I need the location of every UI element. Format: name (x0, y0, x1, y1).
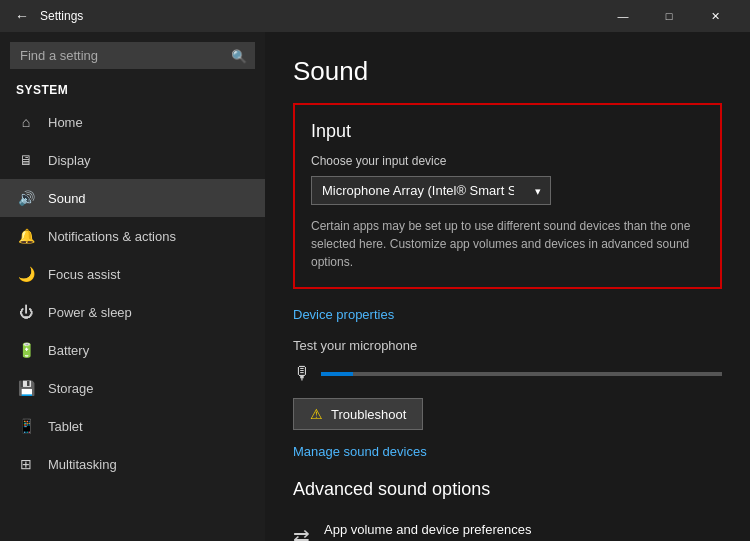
multitasking-icon: ⊞ (16, 454, 36, 474)
storage-icon: 💾 (16, 378, 36, 398)
titlebar-title: Settings (40, 9, 600, 23)
input-heading: Input (311, 121, 704, 142)
sidebar-item-storage[interactable]: 💾 Storage (0, 369, 265, 407)
sidebar: 🔍 System ⌂ Home 🖥 Display 🔊 Sound 🔔 Noti… (0, 32, 265, 541)
sidebar-item-label: Sound (48, 191, 86, 206)
sidebar-item-label: Storage (48, 381, 94, 396)
search-container: 🔍 (10, 42, 255, 69)
main-layout: 🔍 System ⌂ Home 🖥 Display 🔊 Sound 🔔 Noti… (0, 32, 750, 541)
device-label: Choose your input device (311, 154, 704, 168)
troubleshoot-button[interactable]: ⚠ Troubleshoot (293, 398, 423, 430)
sidebar-item-label: Notifications & actions (48, 229, 176, 244)
sidebar-item-display[interactable]: 🖥 Display (0, 141, 265, 179)
battery-icon: 🔋 (16, 340, 36, 360)
window-controls: — □ ✕ (600, 0, 738, 32)
titlebar: ← Settings — □ ✕ (0, 0, 750, 32)
test-mic-label: Test your microphone (293, 338, 722, 353)
sidebar-item-label: Home (48, 115, 83, 130)
display-icon: 🖥 (16, 150, 36, 170)
sidebar-item-home[interactable]: ⌂ Home (0, 103, 265, 141)
sidebar-item-label: Display (48, 153, 91, 168)
sidebar-item-multitasking[interactable]: ⊞ Multitasking (0, 445, 265, 483)
search-input[interactable] (10, 42, 255, 69)
mic-level-fill (321, 372, 353, 376)
sidebar-item-focus[interactable]: 🌙 Focus assist (0, 255, 265, 293)
notifications-icon: 🔔 (16, 226, 36, 246)
mic-level-row: 🎙 (293, 363, 722, 384)
manage-sound-devices-link[interactable]: Manage sound devices (293, 444, 427, 459)
sidebar-item-label: Multitasking (48, 457, 117, 472)
back-button[interactable]: ← (12, 6, 32, 26)
focus-icon: 🌙 (16, 264, 36, 284)
input-info-text: Certain apps may be set up to use differ… (311, 217, 704, 271)
sidebar-item-notifications[interactable]: 🔔 Notifications & actions (0, 217, 265, 255)
advanced-item-title[interactable]: App volume and device preferences (324, 522, 658, 537)
advanced-item-text: App volume and device preferences Custom… (324, 522, 658, 541)
sound-icon: 🔊 (16, 188, 36, 208)
close-button[interactable]: ✕ (692, 0, 738, 32)
sidebar-item-tablet[interactable]: 📱 Tablet (0, 407, 265, 445)
mic-level-track (321, 372, 722, 376)
troubleshoot-label: Troubleshoot (331, 407, 406, 422)
sidebar-item-label: Tablet (48, 419, 83, 434)
power-icon: ⏻ (16, 302, 36, 322)
home-icon: ⌂ (16, 112, 36, 132)
advanced-item-appvolume[interactable]: ⇄ App volume and device preferences Cust… (293, 514, 722, 541)
maximize-button[interactable]: □ (646, 0, 692, 32)
content-area: Sound Input Choose your input device Mic… (265, 32, 750, 541)
tablet-icon: 📱 (16, 416, 36, 436)
input-section-box: Input Choose your input device Microphon… (293, 103, 722, 289)
sidebar-item-label: Power & sleep (48, 305, 132, 320)
advanced-heading: Advanced sound options (293, 479, 722, 500)
sidebar-item-battery[interactable]: 🔋 Battery (0, 331, 265, 369)
search-icon: 🔍 (231, 48, 247, 63)
sidebar-item-label: Focus assist (48, 267, 120, 282)
sidebar-item-sound[interactable]: 🔊 Sound (0, 179, 265, 217)
input-device-select-wrapper: Microphone Array (Intel® Smart So... ▾ (311, 176, 551, 205)
microphone-icon: 🎙 (293, 363, 311, 384)
page-title: Sound (293, 56, 722, 87)
sidebar-item-power[interactable]: ⏻ Power & sleep (0, 293, 265, 331)
app-volume-icon: ⇄ (293, 524, 310, 541)
device-properties-link[interactable]: Device properties (293, 307, 394, 322)
sidebar-item-label: Battery (48, 343, 89, 358)
minimize-button[interactable]: — (600, 0, 646, 32)
input-device-select[interactable]: Microphone Array (Intel® Smart So... (311, 176, 551, 205)
warning-icon: ⚠ (310, 406, 323, 422)
sidebar-section-label: System (0, 75, 265, 103)
